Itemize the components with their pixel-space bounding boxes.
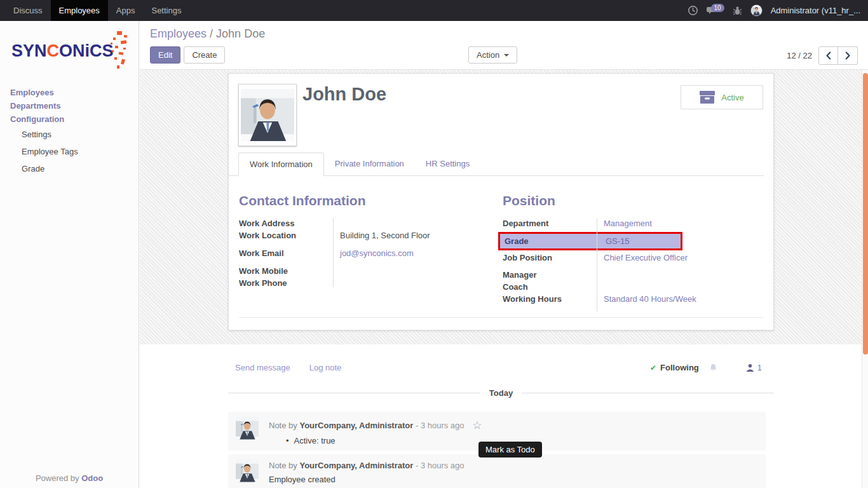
pager-previous-button[interactable] — [818, 46, 838, 65]
department-link[interactable]: Management — [597, 219, 652, 228]
top-navbar: Discuss Employees Apps Settings 10 Admin… — [0, 0, 868, 21]
edit-button[interactable]: Edit — [150, 46, 180, 64]
user-avatar[interactable] — [750, 4, 763, 17]
top-menu: Discuss Employees Apps Settings — [0, 0, 189, 21]
sidebar-item-configuration[interactable]: Configuration — [0, 112, 139, 126]
scrollbar-thumb[interactable] — [863, 73, 868, 355]
message-avatar[interactable] — [236, 459, 259, 482]
message-time: - 3 hours ago — [416, 461, 465, 470]
sidebar-item-grade[interactable]: Grade — [0, 160, 139, 177]
breadcrumb-separator: / — [210, 27, 213, 40]
date-divider-label: Today — [480, 388, 522, 398]
breadcrumb-employees[interactable]: Employees — [150, 27, 207, 40]
employee-name-title: John Doe — [302, 84, 386, 105]
message-body: Employee created — [269, 475, 465, 484]
field-value[interactable]: Building 1, Second Floor — [333, 231, 430, 240]
message-avatar[interactable] — [236, 417, 259, 440]
logo-confetti-icon — [98, 31, 128, 73]
sheet-divider — [239, 317, 763, 318]
sidebar-item-departments[interactable]: Departments — [0, 99, 139, 112]
control-panel-buttons: Edit Create Action 12 / 22 — [150, 46, 858, 64]
user-name[interactable]: Administrator (v11_hr_... — [771, 6, 860, 15]
bell-icon[interactable] — [709, 363, 718, 372]
control-panel: Employees / John Doe Edit Create Action … — [140, 21, 868, 70]
field-label: Job Position — [503, 253, 597, 262]
following-button[interactable]: Following — [660, 363, 699, 372]
tab-private-information[interactable]: Private Information — [324, 152, 415, 176]
menu-settings[interactable]: Settings — [143, 0, 189, 21]
field-label: Department — [503, 219, 597, 228]
job-position-link[interactable]: Chief Executive Officer — [597, 253, 688, 262]
sidebar-item-employees[interactable]: Employees — [0, 86, 139, 99]
activity-clock-icon[interactable] — [688, 5, 698, 16]
field-work-mobile: Work Mobile — [239, 265, 488, 277]
pager: 12 / 22 — [787, 46, 858, 65]
menu-apps[interactable]: Apps — [108, 0, 144, 21]
odoo-link[interactable]: Odoo — [81, 473, 103, 483]
field-label: Working Hours — [503, 294, 597, 304]
logo-text-part2: C — [47, 41, 60, 60]
field-job-position: Job Position Chief Executive Officer — [503, 252, 763, 264]
message-prefix: Note by — [269, 461, 297, 470]
field-grade-highlighted[interactable]: Grade GS-15 — [498, 232, 682, 250]
action-label: Action — [477, 50, 499, 60]
field-coach: Coach — [503, 281, 763, 293]
field-working-hours: Working Hours Standard 40 Hours/Week — [503, 293, 763, 305]
logo-text-part1: SYN — [11, 41, 47, 60]
mark-as-todo-tooltip: Mark as Todo — [478, 442, 542, 458]
field-work-location: Work Location Building 1, Second Floor — [239, 229, 488, 241]
field-department: Department Management — [503, 217, 763, 229]
message-header: Note by YourCompany, Administrator - 3 h… — [269, 461, 465, 470]
message-header: Note by YourCompany, Administrator - 3 h… — [269, 418, 482, 431]
sidebar: SYNCONiCS Employees Departments Configur… — [0, 21, 139, 488]
tab-work-information[interactable]: Work Information — [238, 152, 324, 176]
messages-icon[interactable]: 10 — [707, 6, 724, 15]
contact-information-group: Contact Information Work Address Work Lo… — [239, 193, 488, 305]
mark-as-todo-star-icon[interactable] — [466, 421, 482, 430]
contact-information-heading: Contact Information — [239, 193, 488, 208]
scrollbar-track[interactable] — [862, 70, 868, 488]
field-label: Coach — [503, 282, 597, 292]
grade-value[interactable]: GS-15 — [599, 236, 630, 246]
working-hours-link[interactable]: Standard 40 Hours/Week — [597, 294, 696, 304]
email-link[interactable]: jod@synconics.com — [333, 248, 414, 258]
message-body: Active: true — [269, 436, 482, 445]
active-label: Active — [721, 93, 743, 102]
follower-person-icon — [746, 363, 754, 372]
log-note-button[interactable]: Log note — [309, 363, 342, 372]
create-button[interactable]: Create — [184, 46, 225, 64]
pager-next-button[interactable] — [838, 46, 858, 65]
position-heading: Position — [503, 193, 763, 208]
main-area: Employees / John Doe Edit Create Action … — [140, 21, 868, 488]
message-author[interactable]: YourCompany, Administrator — [299, 421, 413, 430]
form-columns: Contact Information Work Address Work Lo… — [239, 193, 763, 305]
messages-badge: 10 — [711, 4, 724, 12]
synconics-logo: SYNCONiCS — [11, 30, 133, 72]
field-label: Work Phone — [239, 278, 333, 288]
powered-by: Powered by Odoo — [0, 473, 139, 483]
tab-hr-settings[interactable]: HR Settings — [415, 152, 480, 176]
employee-photo[interactable] — [238, 84, 297, 146]
following-check-icon — [650, 363, 660, 372]
message-prefix: Note by — [269, 421, 297, 430]
chevron-down-icon — [504, 54, 509, 57]
message-author[interactable]: YourCompany, Administrator — [299, 461, 413, 470]
field-work-address: Work Address — [239, 217, 488, 229]
active-stat-button[interactable]: Active — [681, 85, 763, 109]
powered-by-text: Powered by — [36, 473, 79, 483]
pager-value: 12 / 22 — [787, 51, 812, 60]
chatter-toolbar: Send message Log note Following 1 — [228, 344, 774, 372]
sidebar-item-settings[interactable]: Settings — [0, 126, 139, 143]
follower-count: 1 — [757, 363, 762, 372]
message-time: - 3 hours ago — [416, 421, 465, 430]
menu-discuss[interactable]: Discuss — [5, 0, 51, 21]
breadcrumb: Employees / John Doe — [150, 26, 858, 41]
sidebar-nav: Employees Departments Configuration Sett… — [0, 86, 139, 177]
bug-icon[interactable] — [733, 6, 742, 16]
send-message-button[interactable]: Send message — [235, 363, 290, 372]
chatter: Send message Log note Following 1 Today — [140, 344, 868, 488]
sidebar-item-employee-tags[interactable]: Employee Tags — [0, 143, 139, 160]
action-dropdown-button[interactable]: Action — [468, 46, 517, 64]
followers-button[interactable]: 1 — [746, 363, 762, 372]
menu-employees[interactable]: Employees — [51, 0, 108, 21]
